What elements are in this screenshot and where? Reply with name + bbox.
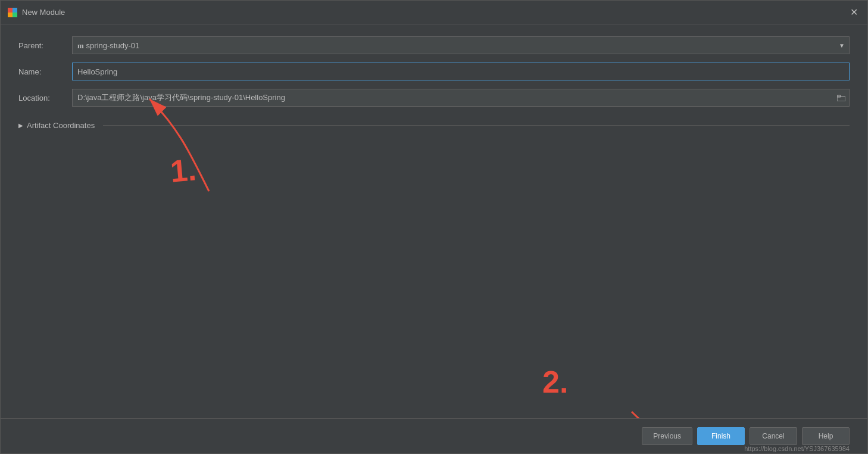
artifact-chevron-icon: ▶ — [18, 122, 23, 129]
dialog-titlebar: New Module ✕ — [1, 1, 867, 24]
parent-select[interactable]: 𝐦 spring-study-01 — [72, 36, 850, 54]
module-icon — [8, 8, 17, 17]
name-row: Name: — [18, 63, 850, 80]
svg-rect-3 — [13, 13, 17, 17]
dialog-content: Parent: 𝐦 spring-study-01 ▼ Name: Locati… — [1, 24, 867, 418]
annotation-layer: 1. 2. — [1, 24, 867, 418]
name-label: Name: — [18, 67, 72, 76]
new-module-dialog: New Module ✕ Parent: 𝐦 spring-study-01 ▼… — [0, 0, 868, 454]
previous-button[interactable]: Previous — [642, 427, 692, 445]
location-wrapper — [72, 89, 850, 107]
location-input[interactable] — [72, 89, 850, 107]
help-button[interactable]: Help — [802, 427, 850, 445]
annotation-number-2: 2. — [542, 364, 568, 400]
artifact-title: Artifact Coordinates — [27, 121, 95, 130]
annotation-number-1: 1. — [168, 151, 197, 189]
parent-label: Parent: — [18, 41, 72, 50]
cancel-button[interactable]: Cancel — [750, 427, 797, 445]
artifact-section: ▶ Artifact Coordinates — [18, 117, 850, 133]
browse-button[interactable] — [833, 89, 850, 107]
close-button[interactable]: ✕ — [847, 6, 860, 19]
location-label: Location: — [18, 94, 72, 102]
name-input-wrapper — [72, 63, 850, 80]
annotation-arrows — [1, 24, 867, 418]
name-input[interactable] — [72, 63, 850, 80]
dialog-title: New Module — [22, 8, 65, 17]
dialog-footer: Previous Finish Cancel Help https://blog… — [1, 418, 867, 453]
artifact-divider — [103, 125, 850, 126]
location-row: Location: — [18, 89, 850, 107]
finish-button[interactable]: Finish — [697, 427, 745, 445]
svg-rect-0 — [8, 8, 13, 13]
dialog-title-left: New Module — [8, 8, 65, 17]
svg-rect-1 — [13, 8, 17, 13]
parent-select-wrapper: 𝐦 spring-study-01 ▼ — [72, 36, 850, 54]
artifact-header[interactable]: ▶ Artifact Coordinates — [18, 117, 850, 133]
parent-row: Parent: 𝐦 spring-study-01 ▼ — [18, 36, 850, 54]
footer-url: https://blog.csdn.net/YSJ367635984 — [744, 445, 850, 452]
svg-rect-2 — [8, 13, 13, 17]
